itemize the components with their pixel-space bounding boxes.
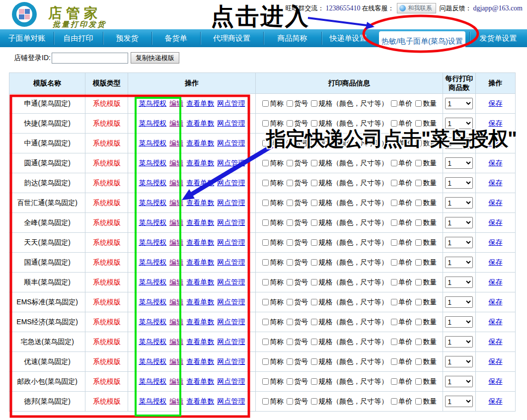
print-option-unit-price-checkbox[interactable] xyxy=(391,100,397,107)
print-option-item-no-checkbox[interactable] xyxy=(287,259,293,266)
print-option-quantity-checkbox[interactable] xyxy=(415,279,422,285)
print-option-item-no-checkbox[interactable] xyxy=(287,180,293,186)
cainiao-authorize-link[interactable]: 菜鸟授权 xyxy=(139,179,166,187)
outlet-manage-link[interactable]: 网点管理 xyxy=(217,238,245,246)
save-link[interactable]: 保存 xyxy=(488,199,502,207)
print-option-item-no-checkbox[interactable] xyxy=(287,398,293,405)
print-option-quantity-checkbox[interactable] xyxy=(415,358,422,365)
save-link[interactable]: 保存 xyxy=(488,238,502,246)
print-option-unit-price-checkbox[interactable] xyxy=(391,358,397,365)
per-row-count-select[interactable]: 1 xyxy=(445,98,473,109)
outlet-manage-link[interactable]: 网点管理 xyxy=(217,397,245,405)
print-option-short-name-checkbox[interactable] xyxy=(262,358,269,365)
print-option-quantity-checkbox[interactable] xyxy=(415,398,422,405)
print-option-spec-checkbox[interactable] xyxy=(311,398,317,405)
print-option-unit-price-checkbox[interactable] xyxy=(391,398,397,405)
print-option-spec-checkbox[interactable] xyxy=(311,378,317,385)
view-count-link[interactable]: 查看单数 xyxy=(186,357,214,365)
nav-tab-5[interactable]: 代理商设置 xyxy=(200,29,263,47)
outlet-manage-link[interactable]: 网点管理 xyxy=(217,338,245,346)
print-option-short-name-checkbox[interactable] xyxy=(262,378,269,385)
print-option-unit-price-checkbox[interactable] xyxy=(391,120,397,127)
save-link[interactable]: 保存 xyxy=(488,159,502,167)
per-row-count-select[interactable]: 1 xyxy=(445,237,473,248)
view-count-link[interactable]: 查看单数 xyxy=(186,318,214,326)
print-option-unit-price-checkbox[interactable] xyxy=(391,319,397,325)
outlet-manage-link[interactable]: 网点管理 xyxy=(217,377,245,385)
print-option-item-no-checkbox[interactable] xyxy=(287,279,293,285)
print-option-spec-checkbox[interactable] xyxy=(311,180,317,186)
cainiao-authorize-link[interactable]: 菜鸟授权 xyxy=(139,199,166,207)
print-option-short-name-checkbox[interactable] xyxy=(262,319,269,325)
view-count-link[interactable]: 查看单数 xyxy=(186,238,214,246)
print-option-spec-checkbox[interactable] xyxy=(311,239,317,246)
print-option-spec-checkbox[interactable] xyxy=(311,319,317,325)
cainiao-authorize-link[interactable]: 菜鸟授权 xyxy=(139,119,166,127)
print-option-unit-price-checkbox[interactable] xyxy=(391,180,397,186)
print-option-spec-checkbox[interactable] xyxy=(311,200,317,206)
cainiao-authorize-link[interactable]: 菜鸟授权 xyxy=(139,357,166,365)
per-row-count-select[interactable]: 1 xyxy=(445,396,473,407)
edit-link[interactable]: 编辑 xyxy=(169,357,183,365)
print-option-spec-checkbox[interactable] xyxy=(311,259,317,266)
cainiao-authorize-link[interactable]: 菜鸟授权 xyxy=(139,218,166,226)
view-count-link[interactable]: 查看单数 xyxy=(186,218,214,226)
print-option-spec-checkbox[interactable] xyxy=(311,339,317,345)
save-link[interactable]: 保存 xyxy=(488,119,502,127)
print-option-quantity-checkbox[interactable] xyxy=(415,319,422,325)
cainiao-authorize-link[interactable]: 菜鸟授权 xyxy=(139,318,166,326)
outlet-manage-link[interactable]: 网点管理 xyxy=(217,199,245,207)
print-option-spec-checkbox[interactable] xyxy=(311,100,317,107)
edit-link[interactable]: 编辑 xyxy=(169,238,183,246)
print-option-short-name-checkbox[interactable] xyxy=(262,279,269,285)
print-option-item-no-checkbox[interactable] xyxy=(287,160,293,166)
print-option-spec-checkbox[interactable] xyxy=(311,160,317,166)
cainiao-authorize-link[interactable]: 菜鸟授权 xyxy=(139,377,166,385)
print-option-unit-price-checkbox[interactable] xyxy=(391,160,397,166)
cainiao-authorize-link[interactable]: 菜鸟授权 xyxy=(139,139,166,147)
cainiao-authorize-link[interactable]: 菜鸟授权 xyxy=(139,298,166,306)
edit-link[interactable]: 编辑 xyxy=(169,119,183,127)
print-option-short-name-checkbox[interactable] xyxy=(262,219,269,226)
print-option-unit-price-checkbox[interactable] xyxy=(391,279,397,285)
print-option-item-no-checkbox[interactable] xyxy=(287,339,293,345)
per-row-count-select[interactable]: 1 xyxy=(445,257,473,268)
per-row-count-select[interactable]: 1 xyxy=(445,177,473,189)
print-option-short-name-checkbox[interactable] xyxy=(262,180,269,186)
save-link[interactable]: 保存 xyxy=(488,139,502,147)
view-count-link[interactable]: 查看单数 xyxy=(186,179,214,187)
save-link[interactable]: 保存 xyxy=(488,377,502,385)
save-link[interactable]: 保存 xyxy=(488,357,502,365)
print-option-quantity-checkbox[interactable] xyxy=(415,239,422,246)
copy-template-button[interactable]: 复制快递模版 xyxy=(131,52,179,64)
print-option-unit-price-checkbox[interactable] xyxy=(391,140,397,146)
contact-me-button[interactable]: 和我联系 xyxy=(397,3,436,13)
outlet-manage-link[interactable]: 网点管理 xyxy=(217,278,245,286)
print-option-quantity-checkbox[interactable] xyxy=(415,339,422,345)
edit-link[interactable]: 编辑 xyxy=(169,298,183,306)
print-option-quantity-checkbox[interactable] xyxy=(415,299,422,305)
edit-link[interactable]: 编辑 xyxy=(169,99,183,107)
print-option-quantity-checkbox[interactable] xyxy=(415,160,422,166)
print-option-short-name-checkbox[interactable] xyxy=(262,239,269,246)
save-link[interactable]: 保存 xyxy=(488,318,502,326)
nav-tab-9[interactable]: 发货单设置 xyxy=(469,29,527,47)
print-option-item-no-checkbox[interactable] xyxy=(287,219,293,226)
nav-tab-2[interactable]: 自由打印 xyxy=(54,29,103,47)
edit-link[interactable]: 编辑 xyxy=(169,377,183,385)
per-row-count-select[interactable]: 1 xyxy=(445,356,473,367)
nav-tab-3[interactable]: 预发货 xyxy=(103,29,151,47)
view-count-link[interactable]: 查看单数 xyxy=(186,377,214,385)
print-option-unit-price-checkbox[interactable] xyxy=(391,239,397,246)
save-link[interactable]: 保存 xyxy=(488,218,502,226)
print-option-unit-price-checkbox[interactable] xyxy=(391,378,397,385)
print-option-short-name-checkbox[interactable] xyxy=(262,160,269,166)
edit-link[interactable]: 编辑 xyxy=(169,278,183,286)
print-option-item-no-checkbox[interactable] xyxy=(287,200,293,206)
cainiao-authorize-link[interactable]: 菜鸟授权 xyxy=(139,338,166,346)
print-option-short-name-checkbox[interactable] xyxy=(262,120,269,127)
cainiao-authorize-link[interactable]: 菜鸟授权 xyxy=(139,238,166,246)
view-count-link[interactable]: 查看单数 xyxy=(186,159,214,167)
per-row-count-select[interactable]: 1 xyxy=(445,197,473,209)
print-option-quantity-checkbox[interactable] xyxy=(415,180,422,186)
